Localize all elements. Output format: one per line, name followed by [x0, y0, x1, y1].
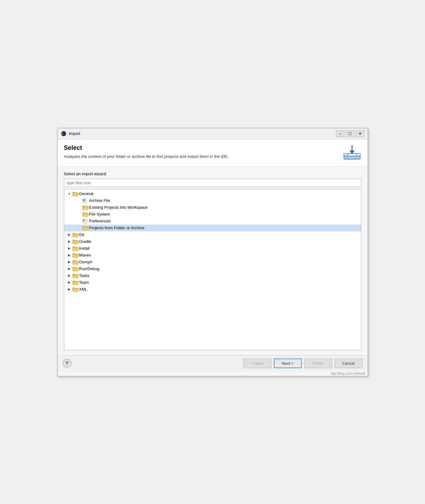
- expander-maven[interactable]: ▶: [67, 253, 72, 258]
- help-button[interactable]: ?: [63, 359, 71, 368]
- tree-label-archive-file: Archive File: [89, 198, 110, 203]
- tree-item-gradle[interactable]: ▶ Gradle: [64, 238, 361, 245]
- folder-icon-existing-projects: [82, 205, 88, 210]
- folder-icon-team: [72, 280, 78, 285]
- expander-xml[interactable]: ▶: [67, 287, 72, 292]
- filter-input[interactable]: [64, 179, 361, 187]
- expander-general[interactable]: ▾: [67, 191, 72, 196]
- back-button[interactable]: < Back: [243, 359, 271, 368]
- bottom-bar: ? < Back Next > Finish Cancel: [58, 355, 368, 371]
- cancel-button[interactable]: Cancel: [335, 359, 363, 368]
- folder-icon-tasks: [72, 273, 78, 278]
- folder-icon-archive-file: [82, 198, 88, 203]
- tree-label-gradle: Gradle: [79, 239, 91, 244]
- tree-item-install[interactable]: ▶ Install: [64, 245, 361, 252]
- folder-icon-general: [72, 191, 78, 196]
- tree-item-preferences[interactable]: Preferences: [64, 218, 361, 225]
- tree-item-existing-projects[interactable]: Existing Projects into Workspace: [64, 204, 361, 211]
- tree-label-file-system: File System: [89, 212, 110, 216]
- expander-oomph[interactable]: ▶: [67, 260, 72, 265]
- tree-label-tasks: Tasks: [79, 273, 89, 278]
- header-title: Select: [64, 144, 340, 151]
- folder-icon-projects-from-folder: [82, 225, 88, 230]
- folder-icon-xml: [72, 287, 78, 292]
- title-bar: Import – ☐ ✕: [58, 128, 368, 139]
- tree-label-existing-projects: Existing Projects into Workspace: [89, 205, 148, 210]
- tree-item-tasks[interactable]: ▶ Tasks: [64, 272, 361, 279]
- tree-container[interactable]: ▾ General Archive File Existing Projects…: [64, 189, 361, 350]
- tree-item-git[interactable]: ▶ Git: [64, 231, 361, 238]
- folder-icon-install: [72, 246, 78, 251]
- tree-label-run-debug: Run/Debug: [79, 266, 100, 271]
- svg-rect-16: [83, 219, 84, 221]
- tree-label-projects-from-folder: Projects from Folder or Archive: [89, 225, 144, 230]
- tree-label-xml: XML: [79, 287, 88, 292]
- header-section: Select Analyzes the content of your fold…: [58, 139, 368, 167]
- import-dialog: Import – ☐ ✕ Select Analyzes the content…: [57, 128, 368, 376]
- expander-gradle[interactable]: ▶: [67, 239, 72, 244]
- expander-git[interactable]: ▶: [67, 232, 72, 237]
- bottom-left: ?: [63, 359, 71, 368]
- tree-item-xml[interactable]: ▶ XML: [64, 286, 361, 293]
- eclipse-icon: [61, 131, 66, 136]
- tree-label-general: General: [79, 191, 93, 196]
- folder-icon-file-system: [82, 212, 88, 217]
- tree-label-git: Git: [79, 232, 84, 237]
- close-button[interactable]: ✕: [356, 130, 364, 137]
- maximize-button[interactable]: ☐: [346, 130, 355, 137]
- svg-point-2: [62, 132, 65, 135]
- expander-archive-file[interactable]: [77, 198, 82, 203]
- tree-item-run-debug[interactable]: ▶ Run/Debug: [64, 265, 361, 272]
- folder-icon-preferences: [82, 219, 88, 224]
- tree-label-preferences: Preferences: [89, 219, 111, 223]
- folder-icon-git: [72, 232, 78, 237]
- tree-label-maven: Maven: [79, 253, 91, 257]
- expander-projects-from-folder[interactable]: [77, 225, 82, 230]
- minimize-button[interactable]: –: [336, 130, 345, 137]
- expander-existing-projects[interactable]: [77, 205, 82, 210]
- folder-icon-oomph: [72, 260, 78, 265]
- finish-button[interactable]: Finish: [304, 359, 332, 368]
- expander-file-system[interactable]: [77, 212, 82, 217]
- main-content: Select an import wizard: ▾ General Archi…: [58, 167, 368, 355]
- tree-label-team: Team: [79, 280, 89, 285]
- header-text: Select Analyzes the content of your fold…: [64, 144, 340, 159]
- svg-rect-4: [344, 156, 360, 159]
- header-import-icon: [343, 144, 361, 161]
- folder-icon-maven: [72, 253, 78, 258]
- svg-rect-11: [83, 199, 84, 201]
- tree-item-general[interactable]: ▾ General: [64, 190, 361, 197]
- tree-label-install: Install: [79, 246, 90, 251]
- expander-team[interactable]: ▶: [67, 280, 72, 285]
- folder-icon-run-debug: [72, 266, 78, 271]
- wizard-label: Select an import wizard:: [64, 172, 361, 176]
- watermark: http://blog.csdn.net/linotli: [58, 371, 368, 376]
- tree-item-oomph[interactable]: ▶ Oomph: [64, 259, 361, 265]
- tree-item-file-system[interactable]: File System: [64, 211, 361, 218]
- tree-item-maven[interactable]: ▶ Maven: [64, 252, 361, 259]
- tree-item-archive-file[interactable]: Archive File: [64, 197, 361, 204]
- title-bar-controls: – ☐ ✕: [336, 130, 364, 137]
- expander-install[interactable]: ▶: [67, 246, 72, 251]
- expander-run-debug[interactable]: ▶: [67, 266, 72, 271]
- title-bar-left: Import: [61, 131, 80, 136]
- folder-icon-gradle: [72, 239, 78, 244]
- window-title: Import: [69, 131, 80, 136]
- tree-label-oomph: Oomph: [79, 260, 93, 264]
- expander-preferences[interactable]: [77, 219, 82, 224]
- header-description: Analyzes the content of your folder or a…: [64, 154, 340, 159]
- expander-tasks[interactable]: ▶: [67, 273, 72, 278]
- next-button[interactable]: Next >: [274, 359, 302, 368]
- tree-item-team[interactable]: ▶ Team: [64, 279, 361, 286]
- bottom-right: < Back Next > Finish Cancel: [243, 359, 363, 368]
- tree-item-projects-from-folder[interactable]: Projects from Folder or Archive: [64, 225, 361, 231]
